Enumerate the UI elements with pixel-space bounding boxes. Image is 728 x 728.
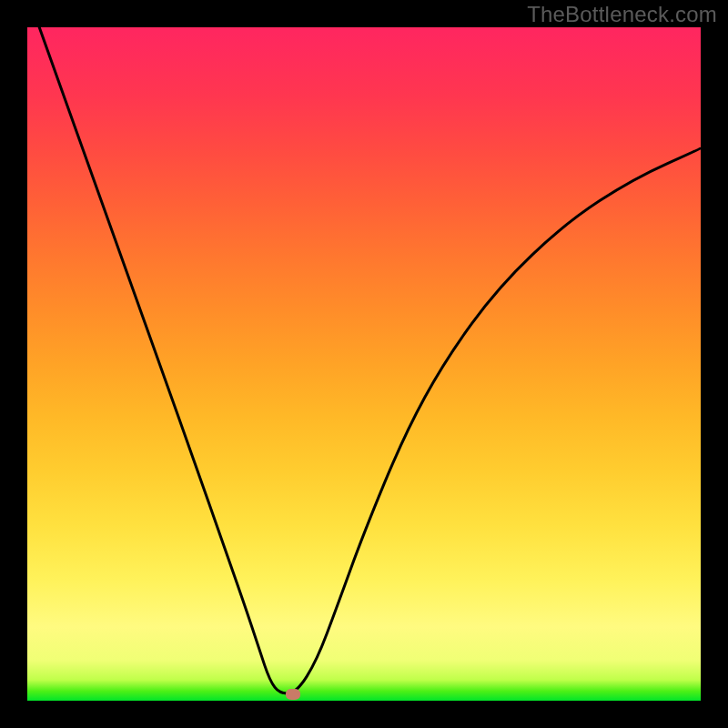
optimum-marker xyxy=(286,689,300,700)
watermark-text: TheBottleneck.com xyxy=(527,2,717,27)
curve-svg xyxy=(27,27,701,701)
bottleneck-curve xyxy=(27,0,701,693)
chart-frame: TheBottleneck.com xyxy=(0,0,728,728)
plot-area xyxy=(27,27,701,701)
